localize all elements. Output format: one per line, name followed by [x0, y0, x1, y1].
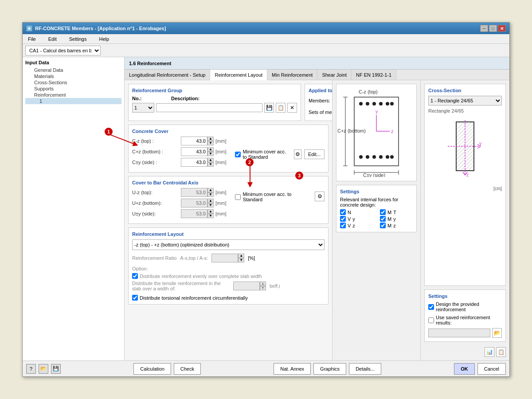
close-button[interactable]: ✕ — [498, 25, 506, 32]
cs-icon-btn-2[interactable]: 📋 — [496, 347, 506, 357]
title-bar: ■ RF-CONCRETE Members - [Application n°1… — [23, 23, 509, 34]
edit-btn[interactable]: Edit... — [304, 149, 325, 159]
rg-copy-btn[interactable]: 📋 — [276, 103, 286, 113]
min-cover-checkbox[interactable] — [235, 152, 241, 157]
tensile-input — [233, 282, 260, 290]
nat-annex-btn[interactable]: Nat. Annex — [274, 363, 311, 375]
N-label: N — [340, 209, 373, 215]
uy-side-down[interactable]: ▼ — [207, 214, 214, 218]
torsional-checkbox[interactable] — [132, 295, 138, 301]
min-cover-bar-btn[interactable]: ⚙ — [315, 192, 325, 201]
window-title: RF-CONCRETE Members - [Application n°1 -… — [35, 26, 166, 31]
min-cover-bar-checkbox[interactable] — [235, 194, 241, 200]
applied-title: Applied to — [309, 88, 332, 93]
Vy-label: Vy — [340, 216, 373, 222]
content-title: 1.6 Reinforcement — [129, 61, 171, 66]
tensile-unit: beff,i — [270, 283, 280, 289]
sidebar-item-materials[interactable]: Materials — [25, 73, 121, 79]
ok-btn[interactable]: OK — [454, 363, 475, 375]
min-cover-btn[interactable]: ⚙ — [294, 149, 301, 159]
maximize-button[interactable]: □ — [489, 25, 497, 32]
sidebar-header: Input Data — [25, 60, 121, 65]
Vy-checkbox[interactable] — [340, 216, 346, 222]
min-cover-bar-label: Minimum cover acc. to Standard — [235, 192, 312, 202]
cs-svg: y z — [447, 120, 483, 182]
rg-no-input[interactable]: 1 — [132, 103, 154, 113]
My-checkbox[interactable] — [380, 216, 386, 222]
design-checkbox[interactable] — [428, 304, 434, 310]
svg-text:y: y — [376, 109, 378, 114]
cy-side-label: C±y (side) : — [132, 160, 181, 165]
saved-results-btn[interactable]: 📂 — [492, 328, 502, 338]
uz-bottom-up[interactable]: ▲ — [207, 199, 214, 203]
cy-side-up[interactable]: ▲ — [207, 158, 214, 162]
menu-edit[interactable]: Edit — [46, 35, 59, 43]
tensile-up[interactable]: ▲ — [260, 282, 266, 286]
option-label: Option: — [132, 266, 148, 271]
svg-text:y: y — [479, 141, 482, 146]
Mz-checkbox[interactable] — [380, 223, 386, 228]
uz-top-down[interactable]: ▼ — [207, 192, 214, 197]
tab-shear-joint[interactable]: Shear Joint — [317, 70, 352, 80]
uz-bottom-input — [181, 199, 207, 207]
cz-top-input[interactable] — [181, 137, 207, 145]
check-btn[interactable]: Check — [174, 363, 201, 375]
Vz-checkbox[interactable] — [340, 223, 346, 228]
svg-point-11 — [386, 155, 389, 159]
uz-top-input — [181, 188, 207, 197]
cz-bottom-input[interactable] — [181, 147, 207, 156]
tensile-down[interactable]: ▼ — [260, 286, 266, 290]
menu-file[interactable]: File — [25, 35, 39, 43]
ratio-label: Reinforcement Ratio — [132, 255, 176, 261]
uy-side-up[interactable]: ▲ — [207, 209, 214, 214]
graphics-btn[interactable]: Graphics — [313, 363, 346, 375]
help-icon-btn[interactable]: ? — [26, 364, 36, 374]
uz-bottom-down[interactable]: ▼ — [207, 203, 214, 207]
menu-help[interactable]: Help — [96, 35, 112, 43]
distribute-checkbox[interactable] — [132, 273, 138, 279]
content-header: 1.6 Reinforcement — [125, 57, 509, 70]
open-btn[interactable]: 📂 — [39, 364, 48, 374]
cs-icon-btn-1[interactable]: 📊 — [485, 347, 494, 357]
calculation-btn[interactable]: Calculation — [133, 363, 171, 375]
ratio-up[interactable]: ▲ — [238, 254, 244, 258]
rg-save-btn[interactable]: 💾 — [264, 103, 274, 113]
sidebar-item-general-data[interactable]: General Data — [25, 67, 121, 73]
Mz-label: Mz — [380, 223, 413, 228]
N-checkbox[interactable] — [340, 209, 346, 215]
sidebar-item-cross-sections[interactable]: Cross-Sections — [25, 79, 121, 86]
app-icon: ■ — [26, 25, 32, 31]
ratio-down[interactable]: ▼ — [238, 258, 244, 262]
tab-reinforcement-layout[interactable]: Reinforcement Layout — [210, 70, 267, 80]
svg-point-10 — [379, 155, 383, 159]
uz-top-up[interactable]: ▲ — [207, 188, 214, 192]
members-label: Members: — [309, 98, 332, 103]
cz-top-down[interactable]: ▼ — [207, 141, 214, 145]
cz-bottom-up[interactable]: ▲ — [207, 147, 214, 152]
MT-checkbox[interactable] — [380, 209, 386, 215]
case-dropdown[interactable]: CA1 - Calcul des barres en bétc — [25, 46, 101, 55]
sidebar-item-reinforcement[interactable]: Reinforcement — [25, 92, 121, 98]
cy-side-input[interactable] — [181, 158, 207, 167]
minimize-button[interactable]: ─ — [480, 25, 488, 32]
content-area: 1.6 Reinforcement Longitudinal Reinforce… — [125, 57, 509, 360]
tab-longitudinal[interactable]: Longitudinal Reinforcement - Setup — [125, 70, 210, 80]
use-saved-checkbox[interactable] — [428, 317, 434, 323]
cy-side-down[interactable]: ▼ — [207, 162, 214, 167]
rl-dropdown[interactable]: -z (top) - +z (bottom) (optimized distri… — [132, 239, 325, 250]
tab-min-reinforcement[interactable]: Min Reinforcement — [267, 70, 317, 80]
cs-dropdown[interactable]: 1 - Rectangle 24/65 — [428, 96, 502, 106]
sidebar-item-1[interactable]: 1 — [25, 98, 121, 104]
cancel-btn[interactable]: Cancel — [477, 363, 506, 375]
menu-settings[interactable]: Settings — [66, 35, 90, 43]
cz-bottom-down[interactable]: ▼ — [207, 152, 214, 156]
details-btn[interactable]: Details... — [349, 363, 381, 375]
svg-text:z: z — [391, 129, 394, 134]
rg-desc-input[interactable] — [156, 103, 262, 112]
rg-delete-btn[interactable]: ✕ — [287, 103, 297, 113]
save-btn[interactable]: 💾 — [51, 364, 61, 374]
cz-top-up[interactable]: ▲ — [207, 137, 214, 141]
tab-nf-en[interactable]: NF EN 1992-1-1 — [352, 70, 396, 80]
cover-to-bar-title: Cover to Bar Centroidal Axis — [132, 180, 325, 185]
sidebar-item-supports[interactable]: Supports — [25, 86, 121, 92]
